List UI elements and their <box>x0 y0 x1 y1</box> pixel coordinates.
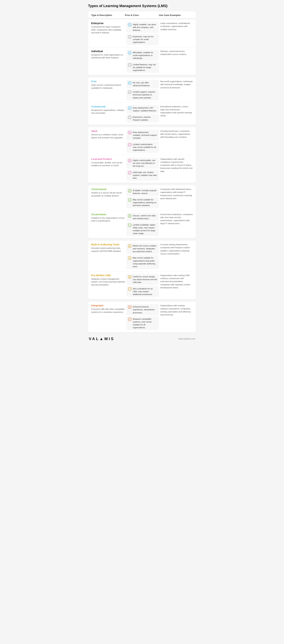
pros-cons-col-individual: +Affordable, suitable for small organiza… <box>126 50 159 73</box>
pro-text: Useful for course design, can import les… <box>133 275 157 284</box>
type-desc-cloud-based: Hosted on a secure off-site server, acce… <box>91 191 125 197</box>
con-text: Expensive, may be too complex for small … <box>133 35 157 44</box>
type-desc-enterprise: Customized for large companies (500+ emp… <box>91 25 125 34</box>
type-desc-licensed-product: Customizable, flexible, and can be insta… <box>91 161 125 167</box>
footer-logo: VAL▲MIS <box>89 336 115 341</box>
section-section-authoring-cms: Built-in Authoring ToolsIncluded content… <box>88 240 196 299</box>
type-desc-free: Open-source e-learning products availabl… <box>91 84 125 89</box>
type-col-cloud-based: Cloud-basedHosted on a secure off-site s… <box>91 188 125 208</box>
table-row: IntegratedConnects LMS with other compat… <box>88 302 196 332</box>
type-name-on-premises: On-premises <box>91 213 125 216</box>
table-row: SaaSService as a software model, cloud-b… <box>88 127 196 155</box>
pro-item: +Enhanced learner experience, streamline… <box>126 304 159 315</box>
section-section-enterprise-individual: EnterpriseCustomized for large companies… <box>88 19 196 75</box>
minus-icon: − <box>128 35 132 39</box>
pros-cons-col-licensed-product: +Highly customizable, can be more cost-e… <box>126 158 159 181</box>
con-text: May not be suitable for organizations re… <box>133 198 157 207</box>
con-item: −May not be suitable for organizations r… <box>126 197 159 208</box>
table-row: CommercialDesigned for organizations, co… <box>88 102 196 125</box>
table-row: Pre-Written CMSSeparate content manageme… <box>88 271 196 299</box>
con-text: Not a substitute for an LMS, may require… <box>133 287 157 296</box>
pros-cons-col-on-premises: +Secure, control over data and infrastru… <box>126 213 159 236</box>
minus-icon: − <box>128 198 132 202</box>
con-item: −Limited features, may not be suitable f… <box>126 62 159 73</box>
col-use-case: Use Case Examples <box>159 14 193 16</box>
minus-icon: − <box>128 256 132 260</box>
type-col-built-in-authoring: Built-in Authoring ToolsIncluded content… <box>91 243 125 269</box>
con-text: Expensive, requires frequent updates. <box>133 116 157 121</box>
type-name-built-in-authoring: Built-in Authoring Tools <box>91 243 125 246</box>
section-section-saas-licensed: SaaSService as a software model, cloud-b… <box>88 127 196 183</box>
con-text: Requires compatible systems, may not be … <box>133 318 157 329</box>
plus-icon: + <box>128 106 132 110</box>
plus-icon: + <box>128 214 132 218</box>
type-name-licensed-product: Licensed Product <box>91 158 125 160</box>
minus-icon: − <box>128 287 132 291</box>
pros-cons-col-saas: +Easy deployment, scalable, technical su… <box>126 130 159 153</box>
pro-item: +Easy deployment, scalable, technical su… <box>126 130 159 140</box>
minus-icon: − <box>128 116 132 119</box>
type-name-individual: Individual <box>91 50 125 53</box>
con-item: −Limited scalability, higher initial cos… <box>126 222 159 236</box>
type-desc-pre-written-cms: Separate content management system, can … <box>91 278 125 286</box>
footer-url: www.valamis.com <box>178 338 195 340</box>
type-name-commercial: Commercial <box>91 105 125 108</box>
pro-item: +Allows full course creation and revisio… <box>126 243 159 254</box>
pro-item: +Highly customizable, can be more cost-e… <box>126 158 159 168</box>
con-item: −May not be suitable for organizations t… <box>126 255 159 269</box>
use-case-col-commercial: Educational institutions, mid-to-large s… <box>160 105 193 122</box>
table-row: On-premisesInstalled on the organization… <box>88 210 196 238</box>
pros-cons-col-commercial: +Easy deployment, 24/7 support, updated … <box>126 105 159 122</box>
use-case-col-licensed-product: Organizations with specific compliance r… <box>160 158 193 181</box>
column-headers: Type & Description Pros & Cons Use Case … <box>88 11 196 18</box>
type-col-enterprise: EnterpriseCustomized for large companies… <box>91 22 125 45</box>
pros-cons-col-free: +No cost, can offer advanced features.−L… <box>126 80 159 100</box>
use-case-col-on-premises: Government institutions, companies with … <box>160 213 193 236</box>
col-type-desc: Type & Description <box>91 14 125 16</box>
con-item: −Requires compatible systems, may not be… <box>126 316 159 330</box>
type-name-integrated: Integrated <box>91 304 125 307</box>
table-row: Built-in Authoring ToolsIncluded content… <box>88 240 196 271</box>
plus-icon: + <box>128 51 132 54</box>
pro-item: +Highly scalable, can grow with the comp… <box>126 22 159 33</box>
use-case-col-free: Non-profit organizations, individuals wi… <box>160 80 193 100</box>
footer: VAL▲MIS www.valamis.com <box>88 336 196 341</box>
con-item: −Expensive, may be too complex for small… <box>126 34 159 45</box>
pros-cons-col-enterprise: +Highly scalable, can grow with the comp… <box>126 22 159 45</box>
minus-icon: − <box>128 318 132 321</box>
pros-cons-col-cloud-based: +Scalable, includes popular features, se… <box>126 188 159 208</box>
pro-text: Scalable, includes popular features, sec… <box>133 189 157 195</box>
pro-item: +Secure, control over data and infrastru… <box>126 213 159 221</box>
use-case-col-pre-written-cms: Organizations with existing CMS solution… <box>160 274 193 297</box>
use-case-col-cloud-based: Companies with distributed teams, organi… <box>160 188 193 208</box>
pro-text: Allows full course creation and revision… <box>133 244 157 253</box>
type-desc-on-premises: Installed on the organization's server, … <box>91 216 125 222</box>
section-section-free-commercial: FreeOpen-source e-learning products avai… <box>88 78 196 125</box>
type-name-free: Free <box>91 80 125 83</box>
con-text: May not be suitable for organizations th… <box>133 256 157 268</box>
pro-item: +No cost, can offer advanced features. <box>126 80 159 88</box>
type-col-licensed-product: Licensed ProductCustomizable, flexible, … <box>91 158 125 181</box>
con-item: −Expensive, requires frequent updates. <box>126 114 159 122</box>
type-desc-integrated: Connects LMS with other compatible syste… <box>91 308 125 314</box>
pro-text: No cost, can offer advanced features. <box>133 81 157 87</box>
type-name-cloud-based: Cloud-based <box>91 188 125 190</box>
pro-text: Highly scalable, can grow with the compa… <box>133 23 157 32</box>
pro-text: Highly customizable, can be more cost-ef… <box>133 159 157 168</box>
type-col-saas: SaaSService as a software model, cloud-b… <box>91 130 125 153</box>
pro-item: +Scalable, includes popular features, se… <box>126 188 159 196</box>
plus-icon: + <box>128 23 132 26</box>
plus-icon: + <box>128 189 132 192</box>
col-pros-cons: Pros & Cons <box>125 14 159 16</box>
pro-text: Easy deployment, scalable, technical sup… <box>133 131 157 139</box>
type-col-individual: IndividualDesigned for small organizatio… <box>91 50 125 73</box>
con-item: −Limited customization, may not be suita… <box>126 142 159 153</box>
use-case-col-integrated: Organizations with existing software eco… <box>160 304 193 330</box>
use-case-col-individual: Startups, small businesses, independent … <box>160 50 193 73</box>
use-case-col-built-in-authoring: In-house training departments, companies… <box>160 243 193 269</box>
use-case-col-saas: Growing businesses, companies with remot… <box>160 130 193 153</box>
plus-icon: + <box>128 244 132 248</box>
table-row: FreeOpen-source e-learning products avai… <box>88 78 196 102</box>
con-text: Limited scalability, higher initial cost… <box>133 224 157 235</box>
con-text: Limited support, requires technical expe… <box>133 90 157 99</box>
